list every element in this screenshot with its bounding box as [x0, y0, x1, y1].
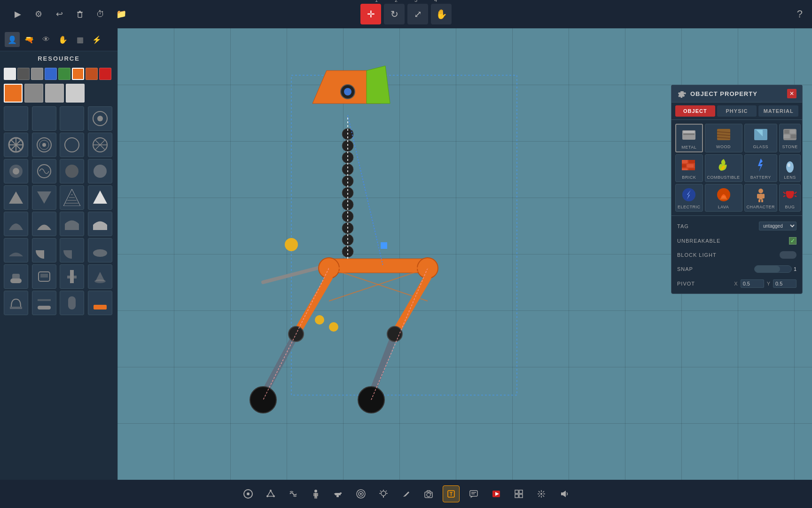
color-gray[interactable] [31, 68, 43, 80]
color-orange[interactable] [72, 68, 84, 80]
color-gray2[interactable] [24, 84, 43, 103]
node-tool-btn[interactable] [262, 485, 279, 502]
resource-item-11[interactable] [88, 159, 112, 183]
block-light-toggle[interactable] [780, 251, 796, 259]
panel-close-button[interactable]: ✕ [787, 89, 796, 98]
pencil-tool-btn[interactable] [398, 485, 414, 502]
material-stone[interactable]: STONE [779, 124, 801, 152]
settings-button[interactable]: ⚙ [30, 6, 47, 23]
color-green[interactable] [58, 68, 70, 80]
resource-item-24[interactable] [4, 264, 28, 289]
resource-item-29[interactable] [32, 291, 56, 315]
tab-material[interactable]: MATERIAL [758, 105, 798, 117]
resource-item-15[interactable] [88, 185, 112, 210]
resource-item-22[interactable] [60, 238, 84, 262]
tag-select[interactable]: untagged [759, 222, 796, 230]
resource-item-28[interactable] [4, 291, 28, 315]
gun-mode-btn[interactable]: 🔫 [22, 32, 37, 47]
move-tool-button[interactable]: ✛ [360, 4, 381, 24]
pivot-x-input[interactable] [741, 279, 764, 288]
material-bug[interactable]: BUG [779, 184, 801, 212]
material-metal[interactable]: METAL [675, 124, 703, 152]
resource-item-27[interactable] [88, 264, 112, 289]
material-wood[interactable]: WOOD [705, 124, 742, 152]
spark-tool-btn[interactable] [533, 485, 550, 502]
person-mode-btn[interactable]: 👤 [5, 32, 20, 47]
resource-item-23[interactable] [88, 238, 112, 262]
resource-item-9[interactable] [32, 159, 56, 183]
resource-item-20[interactable] [4, 238, 28, 262]
material-metal-label: METAL [681, 145, 696, 150]
resource-item-31[interactable] [88, 291, 112, 315]
wind-tool-btn[interactable] [285, 485, 302, 502]
resource-item-26[interactable] [60, 264, 84, 289]
resource-item-25[interactable] [32, 264, 56, 289]
resource-item-13[interactable] [32, 185, 56, 210]
resource-item-10[interactable] [60, 159, 84, 183]
resource-item-8[interactable] [4, 159, 28, 183]
resource-item-4[interactable] [4, 133, 28, 157]
color-darkgray[interactable] [17, 68, 30, 80]
text-tool-btn[interactable]: T [443, 485, 460, 502]
pivot-y-input[interactable] [773, 279, 796, 288]
folder-button[interactable]: 📁 [113, 6, 130, 23]
tab-object[interactable]: OBJECT [675, 105, 715, 117]
material-battery[interactable]: BATTERY [744, 154, 778, 182]
timer-button[interactable]: ⏱ [92, 6, 109, 23]
resource-item-16[interactable] [4, 212, 28, 236]
resource-item-0[interactable] [4, 106, 28, 131]
selected-color-large[interactable] [4, 84, 23, 103]
grid-mode-btn[interactable]: ▦ [72, 32, 87, 47]
resource-item-30[interactable] [60, 291, 84, 315]
resource-item-12[interactable] [4, 185, 28, 210]
person-tool-btn[interactable] [307, 485, 324, 502]
resource-item-19[interactable] [88, 212, 112, 236]
eye-mode-btn[interactable]: 👁 [39, 32, 54, 47]
hand-mode-btn[interactable]: ✋ [55, 32, 70, 47]
grid2-tool-btn[interactable] [510, 485, 527, 502]
material-lens[interactable]: LENS [779, 154, 801, 182]
resource-item-17[interactable] [32, 212, 56, 236]
resource-item-6[interactable] [60, 133, 84, 157]
color-silver[interactable] [66, 84, 85, 103]
sound-tool-btn[interactable] [555, 485, 572, 502]
tab-physic[interactable]: PHYSIC [717, 105, 757, 117]
undo-button[interactable]: ↩ [51, 6, 68, 23]
camera-tool-btn[interactable] [420, 485, 437, 502]
resource-item-1[interactable] [32, 106, 56, 131]
svg-line-129 [267, 491, 271, 496]
unbreakable-checkbox[interactable]: ✓ [789, 237, 796, 245]
delete-button[interactable] [71, 6, 88, 23]
chat-tool-btn[interactable] [465, 485, 482, 502]
resource-item-7[interactable] [88, 133, 112, 157]
resource-item-21[interactable] [32, 238, 56, 262]
color-blue[interactable] [45, 68, 57, 80]
gun-tool-btn[interactable] [330, 485, 347, 502]
color-darkorange[interactable] [86, 68, 98, 80]
svg-point-145 [381, 491, 386, 496]
resource-item-2[interactable] [60, 106, 84, 131]
color-lightgray[interactable] [45, 84, 64, 103]
resource-item-5[interactable] [32, 133, 56, 157]
resource-item-3[interactable] [88, 106, 112, 131]
rotate-tool-button[interactable]: ↻ [384, 4, 405, 24]
material-glass[interactable]: GLASS [744, 124, 778, 152]
resource-item-18[interactable] [60, 212, 84, 236]
target-tool-btn[interactable] [352, 485, 369, 502]
play2-tool-btn[interactable] [488, 485, 505, 502]
light-tool-btn[interactable] [375, 485, 392, 502]
resource-item-14[interactable] [60, 185, 84, 210]
help-button[interactable]: ? [797, 8, 803, 20]
expand-tool-button[interactable]: ⤢ [407, 4, 428, 24]
color-red[interactable] [99, 68, 111, 80]
electric-mode-btn[interactable]: ⚡ [89, 32, 104, 47]
material-character[interactable]: CHARACTER [744, 184, 778, 212]
color-white[interactable] [4, 68, 16, 80]
material-combustible[interactable]: COMBUSTIBLE [705, 154, 742, 182]
material-electric[interactable]: ELECTRIC [675, 184, 703, 212]
hand-tool-button[interactable]: ✋ [431, 4, 452, 24]
material-lava[interactable]: LAVA [705, 184, 742, 212]
circle-tool-btn[interactable] [240, 485, 257, 502]
play-button[interactable]: ▶ [9, 6, 26, 23]
material-brick[interactable]: BRICK [675, 154, 703, 182]
